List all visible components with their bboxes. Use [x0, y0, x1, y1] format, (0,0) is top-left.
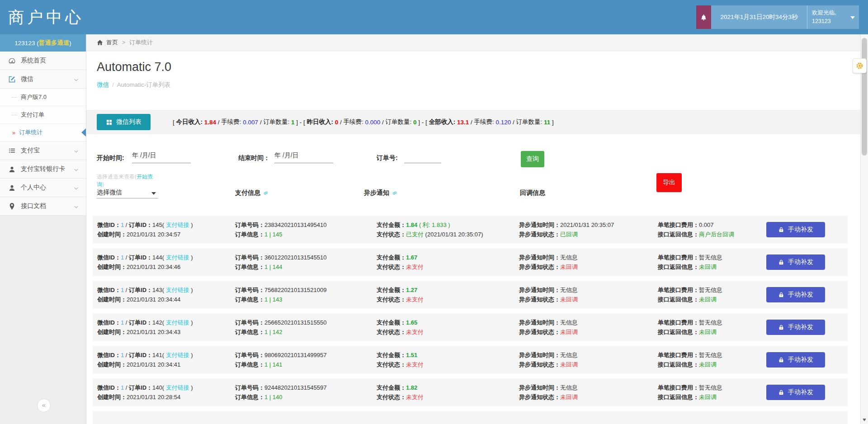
pay-link[interactable]: 支付链接 — [166, 319, 189, 326]
order-info-value: 1 | 140 — [264, 394, 283, 400]
export-button[interactable]: 导出 — [656, 173, 682, 192]
sidebar-item-pay-orders[interactable]: 支付订单 — [0, 106, 86, 124]
start-date-input[interactable]: 年 /月/日 — [132, 151, 191, 163]
sidebar-item-alipay[interactable]: 支付宝 — [0, 141, 86, 160]
order-id-label: 订单ID： — [129, 352, 152, 358]
sidebar-item-merchant-v7[interactable]: 商户版7.0 — [0, 89, 86, 106]
amount-value: 1.27 — [406, 287, 417, 293]
subnav-wechat-link[interactable]: 微信 — [97, 81, 109, 88]
fee-value: 暂无信息 — [699, 254, 722, 261]
order-no-label: 订单号码： — [235, 221, 264, 228]
amount-label: 支付金额： — [377, 352, 406, 358]
resend-button[interactable]: 手动补发 — [766, 352, 825, 367]
sidebar-item-wechat[interactable]: 微信 — [0, 70, 86, 89]
callback-msg-label: 接口返回信息： — [658, 296, 699, 303]
scrollbar-down-arrow[interactable] — [863, 419, 866, 421]
wxid-label: 微信ID： — [97, 221, 121, 228]
order-info-label: 订单信息： — [235, 264, 264, 270]
sidebar-collapse-button[interactable]: « — [37, 399, 51, 412]
breadcrumb-home-link[interactable]: 首页 — [106, 38, 118, 47]
caret-down-icon — [850, 16, 855, 19]
pay-link[interactable]: 支付链接 — [166, 287, 189, 293]
amount-value: 1.51 — [406, 352, 417, 358]
pay-status-value: 未支付 — [406, 264, 424, 270]
resend-button[interactable]: 手动补发 — [766, 320, 825, 335]
fee-value: 暂无信息 — [699, 384, 722, 391]
sidebar-item-label: 系统首页 — [21, 57, 46, 65]
search-button[interactable]: 查询 — [521, 151, 544, 167]
order-info-value: 1 | 141 — [264, 361, 283, 368]
link-icon — [392, 190, 398, 196]
pay-link[interactable]: 支付链接 — [166, 254, 189, 261]
sidebar-subitem-label: 商户版7.0 — [21, 93, 47, 101]
lock-icon — [778, 357, 784, 363]
order-no-value: 2383420210131495410 — [264, 221, 326, 228]
pay-status-label: 支付状态： — [377, 329, 406, 335]
user-menu[interactable]: 欢迎光临, 123123 — [807, 5, 859, 29]
settings-gear-button[interactable] — [853, 58, 867, 73]
wechat-list-button[interactable]: 微信列表 — [97, 114, 151, 130]
fee-label: 单笔接口费用： — [658, 221, 699, 228]
notify-time-value: 无信息 — [560, 319, 578, 326]
table-row: 微信ID：1 / 订单ID：144( 支付链接 ) 创建时间：2021/01/3… — [93, 249, 848, 276]
order-info-label: 订单信息： — [235, 296, 264, 303]
scrollbar[interactable] — [860, 34, 868, 424]
notify-status-label: 异步通知状态： — [519, 231, 560, 238]
end-date-input[interactable]: 年 /月/日 — [274, 151, 333, 163]
notify-time-label: 异步通知时间： — [519, 254, 560, 261]
resend-button[interactable]: 手动补发 — [766, 222, 825, 237]
fee-value: 暂无信息 — [699, 287, 722, 293]
order-id-label: 订单ID： — [129, 384, 152, 391]
username: 123123 — [812, 17, 836, 26]
order-info-value: 1 | 142 — [264, 329, 283, 335]
sidebar-item-system-home[interactable]: 系统首页 — [0, 52, 86, 70]
channel-select[interactable]: 选择微信 — [97, 186, 158, 198]
header-right: 2021年1月31日20时34分3秒 欢迎光临, 123123 — [696, 5, 859, 29]
chevron-down-icon — [74, 167, 79, 172]
order-info-value: 1 | 144 — [264, 264, 283, 270]
notify-status-label: 异步通知状态： — [519, 394, 560, 400]
pay-link[interactable]: 支付链接 — [166, 352, 189, 358]
start-time-label: 开始时间: — [97, 154, 124, 162]
callback-msg-label: 接口返回信息： — [658, 329, 699, 335]
sidebar-item-api-docs[interactable]: 接口文档 — [0, 197, 86, 216]
notify-time-label: 异步通知时间： — [519, 287, 560, 293]
table-row-partial — [93, 411, 848, 424]
order-no-input[interactable] — [404, 151, 441, 163]
sidebar-item-personal-center[interactable]: 个人中心 — [0, 179, 86, 197]
resend-button[interactable]: 手动补发 — [766, 385, 825, 400]
notify-time-value: 2021/01/31 20:35:07 — [560, 221, 614, 228]
pay-link[interactable]: 支付链接 — [166, 221, 189, 228]
order-id-value: 142 — [152, 319, 162, 326]
map-marker-icon — [8, 203, 16, 210]
scrollbar-thumb[interactable] — [862, 38, 867, 155]
sidebar-item-label: 微信 — [21, 75, 33, 83]
callback-msg-value: 未回调 — [699, 296, 717, 303]
dashboard-icon — [8, 57, 16, 65]
tree-stub — [12, 97, 17, 98]
sidebar-item-alipay-to-bank[interactable]: 支付宝转银行卡 — [0, 160, 86, 179]
pay-link[interactable]: 支付链接 — [166, 384, 189, 391]
created-label: 创建时间： — [97, 264, 127, 270]
pay-status-label: 支付状态： — [377, 394, 406, 400]
sidebar-item-order-stats[interactable]: » 订单统计 — [0, 124, 86, 141]
order-no-value: 3601220210131545510 — [264, 254, 326, 261]
app-logo: 商户中心 — [8, 0, 84, 34]
link-icon — [263, 190, 269, 196]
order-no-value: 2566520210131515550 — [264, 319, 326, 326]
app-root: 商户中心 2021年1月31日20时34分3秒 欢迎光临, 123123 123… — [0, 0, 868, 424]
account-name: 123123 ( — [14, 40, 38, 47]
total-count: 11 — [544, 119, 550, 126]
created-label: 创建时间： — [97, 361, 127, 368]
order-info-value: 1 | 143 — [264, 296, 283, 303]
select-caret-icon — [151, 192, 156, 195]
notifications-button[interactable] — [696, 5, 711, 29]
edit-icon — [8, 75, 16, 83]
notify-time-value: 无信息 — [560, 254, 578, 261]
order-id-value: 140 — [152, 384, 162, 391]
today-income: 1.84 — [204, 119, 216, 126]
created-value: 2021/01/31 20:28:54 — [127, 394, 180, 400]
chevron-down-icon — [74, 204, 79, 209]
resend-button[interactable]: 手动补发 — [766, 287, 825, 302]
resend-button[interactable]: 手动补发 — [766, 254, 825, 270]
